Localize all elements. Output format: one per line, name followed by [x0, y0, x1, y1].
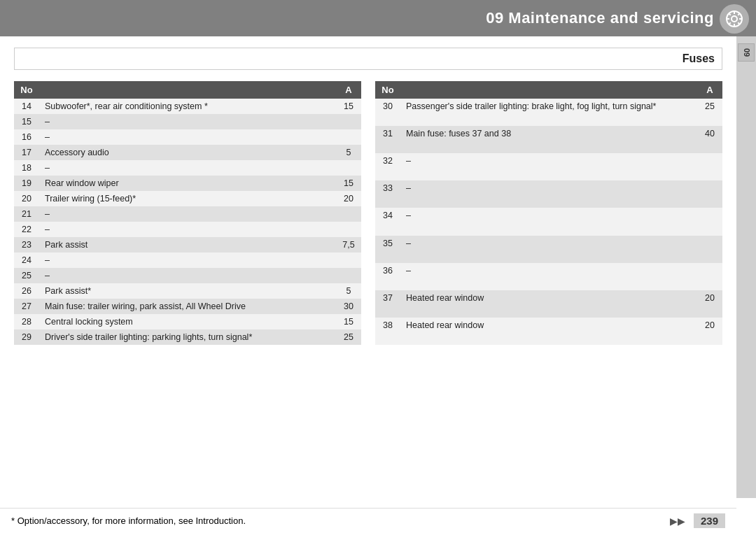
- row-a: [336, 222, 361, 237]
- row-desc: –: [400, 208, 697, 235]
- row-a: [697, 180, 722, 208]
- table-row: 33 –: [375, 180, 722, 208]
- page-number: 239: [694, 513, 725, 528]
- table-row: 18 –: [14, 160, 361, 176]
- row-no: 34: [375, 208, 400, 235]
- row-desc: –: [39, 253, 336, 268]
- row-desc: –: [39, 129, 336, 145]
- row-desc: Driver's side trailer lighting: parking …: [39, 329, 336, 345]
- svg-line-6: [729, 13, 731, 15]
- fuse-table-left: No A 14 Subwoofer*, rear air conditionin…: [14, 81, 361, 345]
- row-no: 36: [375, 263, 400, 290]
- row-no: 29: [14, 329, 39, 345]
- row-a: 5: [336, 283, 361, 299]
- row-desc: –: [400, 153, 697, 180]
- tables-container: No A 14 Subwoofer*, rear air conditionin…: [14, 81, 722, 345]
- row-desc: –: [400, 180, 697, 208]
- row-a: [336, 253, 361, 268]
- fuse-table-right: No A 30 Passenger's side trailer lightin…: [375, 81, 722, 345]
- table-row: 36 –: [375, 263, 722, 290]
- row-desc: –: [400, 263, 697, 290]
- row-a: [697, 208, 722, 235]
- footer-right: ▶▶ 239: [670, 513, 725, 528]
- row-desc: Rear window wiper: [39, 176, 336, 191]
- row-a: 15: [336, 176, 361, 191]
- page-title: 09 Maintenance and servicing: [486, 9, 714, 27]
- row-no: 20: [14, 191, 39, 206]
- table-row: 23 Park assist 7,5: [14, 237, 361, 253]
- row-a: [697, 263, 722, 290]
- table-row: 37 Heated rear window 20: [375, 290, 722, 318]
- row-desc: –: [39, 160, 336, 176]
- row-a: 15: [336, 99, 361, 114]
- table-row: 17 Accessory audio 5: [14, 145, 361, 160]
- row-a: 25: [336, 329, 361, 345]
- footer-note: * Option/accessory, for more information…: [11, 516, 246, 526]
- row-desc: Passenger's side trailer lighting: brake…: [400, 99, 697, 126]
- row-no: 19: [14, 176, 39, 191]
- chapter-tab: 09: [738, 43, 755, 62]
- table-row: 26 Park assist* 5: [14, 283, 361, 299]
- row-a: [336, 114, 361, 129]
- row-desc: Trailer wiring (15-feed)*: [39, 191, 336, 206]
- next-arrow[interactable]: ▶▶: [670, 516, 685, 527]
- svg-point-1: [732, 16, 737, 22]
- row-desc: Subwoofer*, rear air conditioning system…: [39, 99, 336, 114]
- row-no: 26: [14, 283, 39, 299]
- row-a: 20: [697, 318, 722, 345]
- table-row: 28 Central locking system 15: [14, 314, 361, 329]
- row-desc: –: [400, 236, 697, 263]
- row-desc: Heated rear window: [400, 318, 697, 345]
- table-row: 22 –: [14, 222, 361, 237]
- table-row: 29 Driver's side trailer lighting: parki…: [14, 329, 361, 345]
- table-row: 25 –: [14, 268, 361, 283]
- row-a: 5: [336, 145, 361, 160]
- page-header: 09 Maintenance and servicing: [0, 0, 756, 36]
- table-row: 31 Main fuse: fuses 37 and 38 40: [375, 126, 722, 153]
- row-a: 40: [697, 126, 722, 153]
- col-header-no-right: No: [375, 81, 400, 99]
- svg-line-8: [738, 13, 740, 15]
- svg-line-9: [729, 22, 731, 24]
- table-row: 24 –: [14, 253, 361, 268]
- row-no: 28: [14, 314, 39, 329]
- row-desc: Park assist: [39, 237, 336, 253]
- row-no: 37: [375, 290, 400, 318]
- row-no: 22: [14, 222, 39, 237]
- row-a: [336, 160, 361, 176]
- row-no: 18: [14, 160, 39, 176]
- row-no: 38: [375, 318, 400, 345]
- table-row: 14 Subwoofer*, rear air conditioning sys…: [14, 99, 361, 114]
- row-desc: Heated rear window: [400, 290, 697, 318]
- row-a: 7,5: [336, 237, 361, 253]
- row-a: [336, 129, 361, 145]
- col-header-desc-right: [400, 81, 697, 99]
- row-a: [336, 268, 361, 283]
- row-a: 25: [697, 99, 722, 126]
- svg-line-7: [738, 22, 740, 24]
- main-content: Fuses No A 14 Subwoofer*, rear air condi…: [0, 36, 736, 508]
- footer-note-text: Option/accessory, for more information, …: [18, 516, 246, 526]
- row-a: 20: [697, 290, 722, 318]
- row-desc: –: [39, 206, 336, 222]
- row-desc: –: [39, 114, 336, 129]
- row-no: 32: [375, 153, 400, 180]
- row-desc: Main fuse: fuses 37 and 38: [400, 126, 697, 153]
- page-footer: * Option/accessory, for more information…: [0, 508, 736, 533]
- row-no: 17: [14, 145, 39, 160]
- table-row: 34 –: [375, 208, 722, 235]
- row-desc: –: [39, 268, 336, 283]
- row-a: [336, 206, 361, 222]
- row-a: [697, 153, 722, 180]
- table-row: 27 Main fuse: trailer wiring, park assis…: [14, 299, 361, 314]
- table-row: 35 –: [375, 236, 722, 263]
- table-row: 30 Passenger's side trailer lighting: br…: [375, 99, 722, 126]
- col-header-desc-left: [39, 81, 336, 99]
- right-sidebar: 09: [736, 36, 756, 498]
- table-row: 21 –: [14, 206, 361, 222]
- row-no: 25: [14, 268, 39, 283]
- row-desc: Central locking system: [39, 314, 336, 329]
- row-no: 24: [14, 253, 39, 268]
- section-title-bar: Fuses: [14, 48, 722, 70]
- row-no: 27: [14, 299, 39, 314]
